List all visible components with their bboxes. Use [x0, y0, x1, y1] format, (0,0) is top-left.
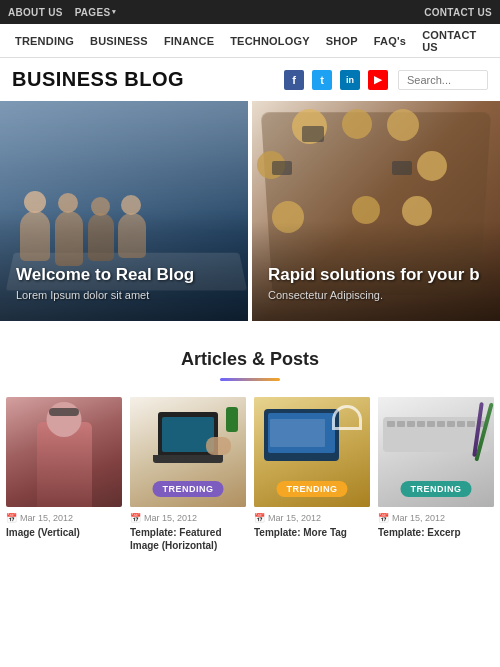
trending-badge-4: TRENDING [401, 481, 472, 497]
hero-left-panel: Welcome to Real Blog Lorem Ipsum dolor s… [0, 101, 248, 321]
main-nav: TRENDING BUSINESS FINANCE TECHNOLOGY SHO… [0, 24, 500, 58]
site-header: BUSINESS BLOG f t in ▶ [0, 58, 500, 101]
article-thumb-4[interactable]: TRENDING [378, 397, 494, 507]
hero-right-title: Rapid solutions for your b [268, 265, 492, 285]
top-nav-about[interactable]: ABOUT US [8, 7, 63, 18]
articles-grid: 📅 Mar 15, 2012 Image (Vertical) TRENDING… [0, 397, 500, 562]
facebook-icon[interactable]: f [284, 70, 304, 90]
article-date-3: Mar 15, 2012 [268, 513, 321, 523]
nav-shop[interactable]: SHOP [319, 24, 365, 58]
article-card-1: 📅 Mar 15, 2012 Image (Vertical) [2, 397, 126, 562]
article-date-2: Mar 15, 2012 [144, 513, 197, 523]
article-thumb-3[interactable]: TRENDING [254, 397, 370, 507]
top-nav-pages[interactable]: PAGES ▾ [75, 7, 117, 18]
article-meta-2: 📅 Mar 15, 2012 [130, 513, 246, 523]
nav-business[interactable]: BUSINESS [83, 24, 155, 58]
calendar-icon-1: 📅 [6, 513, 17, 523]
pages-dropdown-arrow: ▾ [112, 8, 116, 16]
hero-right-panel: Rapid solutions for your b Consectetur A… [252, 101, 500, 321]
site-title: BUSINESS BLOG [12, 68, 184, 91]
articles-title: Articles & Posts [0, 349, 500, 370]
article-label-3[interactable]: Template: More Tag [254, 526, 370, 539]
article-card-2: TRENDING 📅 Mar 15, 2012 Template: Featur… [126, 397, 250, 562]
calendar-icon-4: 📅 [378, 513, 389, 523]
article-date-1: Mar 15, 2012 [20, 513, 73, 523]
article-card-3: TRENDING 📅 Mar 15, 2012 Template: More T… [250, 397, 374, 562]
article-label-1[interactable]: Image (Vertical) [6, 526, 122, 539]
header-right: f t in ▶ [284, 70, 488, 90]
article-meta-4: 📅 Mar 15, 2012 [378, 513, 494, 523]
nav-finance[interactable]: FINANCE [157, 24, 221, 58]
article-date-4: Mar 15, 2012 [392, 513, 445, 523]
social-icons: f t in ▶ [284, 70, 388, 90]
linkedin-icon[interactable]: in [340, 70, 360, 90]
nav-faqs[interactable]: FAQ's [367, 24, 413, 58]
articles-section-heading: Articles & Posts [0, 321, 500, 397]
hero-left-text: Welcome to Real Blog Lorem Ipsum dolor s… [16, 265, 240, 301]
hero-right-subtitle: Consectetur Adipiscing. [268, 289, 492, 301]
search-input[interactable] [398, 70, 488, 90]
top-nav-contact[interactable]: CONTACT US [424, 7, 492, 18]
calendar-icon-3: 📅 [254, 513, 265, 523]
nav-trending[interactable]: TRENDING [8, 24, 81, 58]
trending-badge-3: TRENDING [277, 481, 348, 497]
article-label-2[interactable]: Template: Featured Image (Horizontal) [130, 526, 246, 552]
nav-contact[interactable]: CONTACT US [415, 24, 492, 58]
article-thumb-2[interactable]: TRENDING [130, 397, 246, 507]
article-meta-3: 📅 Mar 15, 2012 [254, 513, 370, 523]
article-label-4[interactable]: Template: Excerp [378, 526, 494, 539]
top-nav-left: ABOUT US PAGES ▾ [8, 7, 117, 18]
nav-technology[interactable]: TECHNOLOGY [223, 24, 317, 58]
top-nav: ABOUT US PAGES ▾ CONTACT US [0, 0, 500, 24]
section-underline [220, 378, 280, 381]
hero-left-title: Welcome to Real Blog [16, 265, 240, 285]
hero-left-subtitle: Lorem Ipsum dolor sit amet [16, 289, 240, 301]
article-thumb-1[interactable] [6, 397, 122, 507]
calendar-icon-2: 📅 [130, 513, 141, 523]
article-meta-1: 📅 Mar 15, 2012 [6, 513, 122, 523]
hero-right-text: Rapid solutions for your b Consectetur A… [268, 265, 492, 301]
article-card-4: TRENDING 📅 Mar 15, 2012 Template: Excerp [374, 397, 498, 562]
trending-badge-2: TRENDING [153, 481, 224, 497]
hero-section: Welcome to Real Blog Lorem Ipsum dolor s… [0, 101, 500, 321]
twitter-icon[interactable]: t [312, 70, 332, 90]
youtube-icon[interactable]: ▶ [368, 70, 388, 90]
top-nav-right: CONTACT US [424, 7, 492, 18]
